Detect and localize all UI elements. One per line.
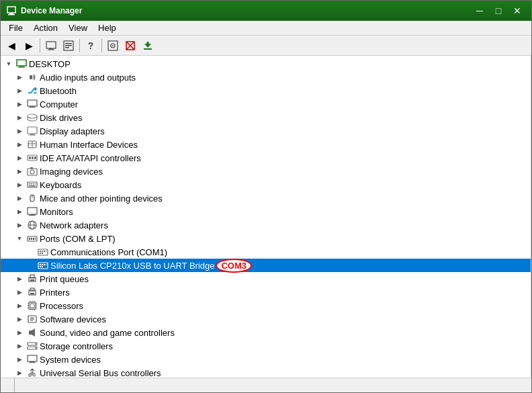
tree-item-system-devices[interactable]: ▶ System devices	[1, 353, 531, 366]
printers-icon	[27, 287, 38, 298]
com1-label: Communications Port (COM1)	[50, 247, 167, 257]
expand-imaging[interactable]: ▶	[14, 166, 25, 177]
svg-rect-54	[29, 215, 36, 216]
tree-item-printers[interactable]: ▶ Printers	[1, 286, 531, 299]
expand-printers[interactable]: ▶	[14, 287, 25, 298]
svg-rect-75	[40, 266, 41, 267]
expand-desktop[interactable]: ▼	[3, 58, 14, 69]
com1-icon	[38, 247, 48, 257]
keyboards-label: Keyboards	[40, 180, 81, 190]
tree-item-bluetooth[interactable]: ▶ ⎇ Bluetooth	[1, 84, 531, 97]
close-button[interactable]: ✕	[508, 3, 526, 18]
tree-item-print-queues[interactable]: ▶ Print queues	[1, 272, 531, 286]
tree-item-com1[interactable]: ▶ Communications Port (COM1)	[1, 245, 531, 259]
tree-item-processors[interactable]: ▶	[1, 299, 531, 312]
printers-label: Printers	[40, 288, 70, 298]
expand-processors[interactable]: ▶	[14, 300, 25, 311]
expand-computer[interactable]: ▶	[14, 99, 25, 110]
expand-network[interactable]: ▶	[14, 220, 25, 230]
svg-rect-76	[42, 266, 43, 267]
tree-item-sound[interactable]: ▶ Sound, video and game controllers	[1, 326, 531, 339]
maximize-button[interactable]: □	[490, 3, 507, 18]
title-bar-icon	[6, 5, 17, 16]
svg-rect-0	[7, 7, 15, 13]
menu-action[interactable]: Action	[28, 21, 63, 34]
tree-item-software-devices[interactable]: ▶ Software devices	[1, 312, 531, 326]
update-driver-button[interactable]	[122, 38, 138, 54]
expand-software-devices[interactable]: ▶	[14, 314, 25, 324]
forward-button[interactable]: ▶	[21, 38, 37, 54]
minimize-button[interactable]: ─	[471, 3, 488, 18]
svg-point-111	[34, 374, 36, 376]
expand-sound[interactable]: ▶	[14, 327, 25, 338]
menu-bar: File Action View Help	[1, 21, 531, 36]
menu-view[interactable]: View	[63, 21, 93, 34]
tree-item-mice[interactable]: ▶ Mice and other pointing devices	[1, 191, 531, 205]
svg-rect-2	[8, 14, 15, 15]
computer-button[interactable]	[43, 38, 59, 54]
expand-disk-drives[interactable]: ▶	[14, 112, 25, 123]
tree-item-usb-controllers[interactable]: ▶ Universal Serial Bus controllers	[1, 366, 531, 378]
system-devices-label: System devices	[40, 355, 101, 365]
properties-button[interactable]	[60, 38, 77, 54]
menu-file[interactable]: File	[3, 21, 28, 34]
svg-rect-48	[35, 183, 36, 185]
processors-icon	[27, 300, 38, 311]
tree-item-network[interactable]: ▶ Network adapters	[1, 218, 531, 232]
tree-item-com3[interactable]: ▶ Silicon Labs CP210x USB to UART Bridge…	[1, 259, 531, 272]
download-button[interactable]	[140, 38, 156, 54]
monitors-label: Monitors	[40, 207, 73, 217]
svg-rect-79	[30, 279, 34, 281]
expand-print-queues[interactable]: ▶	[14, 273, 25, 284]
tree-item-storage[interactable]: ▶ Storage controllers	[1, 339, 531, 353]
tree-item-imaging[interactable]: ▶ Imaging devices	[1, 165, 531, 178]
svg-point-42	[30, 170, 34, 174]
tree-item-monitors[interactable]: ▶ Monitors	[1, 205, 531, 218]
tree-item-desktop[interactable]: ▼ DESKTOP	[1, 57, 531, 71]
ports-label: Ports (COM & LPT)	[40, 234, 116, 244]
expand-ide[interactable]: ▶	[14, 152, 25, 163]
tree-item-computer[interactable]: ▶ Computer	[1, 97, 531, 111]
expand-usb-controllers[interactable]: ▶	[14, 367, 25, 378]
svg-rect-65	[42, 251, 43, 252]
svg-rect-8	[65, 45, 72, 46]
expand-monitors[interactable]: ▶	[14, 206, 25, 217]
tree-item-hid[interactable]: ▶ Human Interface Devices	[1, 138, 531, 151]
scan-button[interactable]	[105, 38, 121, 54]
keyboard-icon	[27, 179, 38, 190]
expand-display[interactable]: ▶	[14, 126, 25, 136]
svg-rect-68	[40, 253, 41, 254]
expand-system-devices[interactable]: ▶	[14, 354, 25, 365]
software-devices-label: Software devices	[40, 314, 106, 324]
svg-rect-22	[30, 75, 32, 79]
expand-mice[interactable]: ▶	[14, 193, 25, 204]
print-queues-icon	[27, 273, 38, 284]
svg-rect-84	[30, 304, 34, 308]
tree-panel[interactable]: ▼ DESKTOP ▶	[1, 56, 531, 378]
help-button[interactable]: ?	[83, 38, 99, 54]
ide-label: IDE ATA/ATAPI controllers	[40, 153, 141, 163]
com3-icon	[38, 260, 48, 271]
tree-item-disk-drives[interactable]: ▶ Disk drives	[1, 111, 531, 124]
tree-item-ports[interactable]: ▼ Ports (COM & LPT)	[1, 232, 531, 245]
menu-help[interactable]: Help	[93, 21, 122, 34]
svg-rect-63	[38, 249, 48, 255]
svg-rect-71	[40, 264, 41, 265]
com3-badge: COM3	[216, 259, 252, 273]
storage-icon	[27, 341, 38, 351]
svg-rect-19	[17, 60, 26, 66]
expand-audio[interactable]: ▶	[14, 72, 25, 83]
tree-item-audio[interactable]: ▶ Audio inputs and outputs	[1, 71, 531, 84]
tree-item-ide[interactable]: ▶ IDE ATA/ATAPI controllers	[1, 151, 531, 165]
expand-bluetooth[interactable]: ▶	[14, 85, 25, 96]
expand-hid[interactable]: ▶	[14, 139, 25, 150]
expand-keyboards[interactable]: ▶	[14, 179, 25, 190]
back-button[interactable]: ◀	[3, 38, 19, 54]
expand-storage[interactable]: ▶	[14, 341, 25, 351]
ports-icon	[27, 233, 38, 244]
status-bar	[1, 378, 531, 392]
tree-item-display-adapters[interactable]: ▶ Display adapters	[1, 124, 531, 138]
audio-icon	[27, 72, 38, 83]
expand-ports[interactable]: ▼	[14, 233, 25, 244]
tree-item-keyboards[interactable]: ▶ Keyboards	[1, 178, 531, 191]
